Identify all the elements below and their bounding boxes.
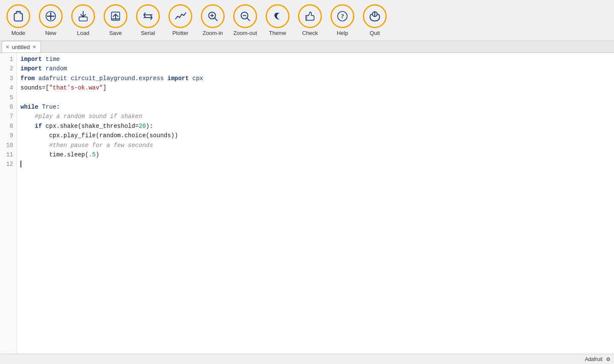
zoom-out-button[interactable]: Zoom-out <box>229 3 261 37</box>
plotter-label: Plotter <box>172 30 188 36</box>
new-button[interactable]: New <box>35 3 67 37</box>
line-num-1: 1 <box>3 55 13 64</box>
zoom-out-label: Zoom-out <box>233 30 257 36</box>
theme-button[interactable]: Theme <box>262 3 293 37</box>
code-line-8: if cpx.shake(shake_threshold=20): <box>20 121 611 131</box>
line-num-9: 9 <box>3 131 13 140</box>
svg-rect-16 <box>306 15 307 20</box>
mode-label: Mode <box>12 30 26 36</box>
quit-icon <box>363 4 387 28</box>
check-label: Check <box>302 30 318 36</box>
code-line-10: #then pause for a few seconds <box>20 141 611 150</box>
svg-text:?: ? <box>341 13 344 20</box>
code-line-9: cpx.play_file(random.choice(sounds)) <box>20 131 611 140</box>
code-line-5 <box>20 93 611 102</box>
line-num-2: 2 <box>3 64 13 73</box>
new-label: New <box>45 30 56 36</box>
theme-label: Theme <box>269 30 286 36</box>
brand-label: Adafruit <box>585 356 602 362</box>
plotter-icon <box>168 4 192 28</box>
line-num-11: 11 <box>3 150 13 159</box>
save-icon <box>104 4 127 28</box>
svg-rect-4 <box>79 17 87 21</box>
load-icon <box>71 4 95 28</box>
line-num-10: 10 <box>3 141 13 150</box>
code-line-12 <box>20 159 611 169</box>
check-button[interactable]: Check <box>294 3 326 37</box>
code-line-11: time.sleep(.5) <box>20 150 611 159</box>
tab-bar: ✕ untitled ✕ <box>0 41 614 53</box>
load-label: Load <box>77 30 90 36</box>
zoom-out-icon <box>233 4 257 28</box>
load-button[interactable]: Load <box>67 3 99 37</box>
mode-icon <box>6 4 30 28</box>
tab-close-icon[interactable]: ✕ <box>6 44 9 50</box>
status-bar: Adafruit ⚙ <box>0 354 614 364</box>
svg-line-12 <box>214 18 217 20</box>
svg-rect-0 <box>16 12 20 14</box>
zoom-in-label: Zoom-in <box>203 30 223 36</box>
code-line-6: while True: <box>20 102 611 112</box>
svg-line-15 <box>247 18 249 20</box>
code-line-7: #play a random sound if shaken <box>20 112 611 121</box>
line-num-5: 5 <box>3 93 13 102</box>
zoom-in-button[interactable]: Zoom-in <box>197 3 229 37</box>
code-line-3: from adafruit circuit_playground.express… <box>20 74 611 83</box>
line-num-7: 7 <box>3 112 13 121</box>
help-label: Help <box>337 30 348 36</box>
code-editor[interactable]: import time import random from adafruit … <box>17 53 614 354</box>
quit-button[interactable]: Quit <box>359 3 391 37</box>
tab-untitled[interactable]: ✕ untitled ✕ <box>2 41 41 52</box>
save-button[interactable]: Save <box>100 3 131 37</box>
zoom-in-icon <box>201 4 225 28</box>
new-icon <box>39 4 63 28</box>
tab-close-right-icon[interactable]: ✕ <box>32 44 36 50</box>
code-line-4: sounds=["that's-ok.wav"] <box>20 83 611 92</box>
code-line-1: import time <box>20 55 611 64</box>
line-num-12: 12 <box>3 159 13 169</box>
editor-wrapper: 1 2 3 4 5 6 7 8 9 10 11 12 import time i… <box>0 53 614 354</box>
code-line-2: import random <box>20 64 611 73</box>
help-button[interactable]: ? Help <box>327 3 358 37</box>
theme-icon <box>266 4 290 28</box>
tab-label: untitled <box>12 44 30 50</box>
serial-button[interactable]: Serial <box>132 3 164 37</box>
line-num-8: 8 <box>3 121 13 131</box>
save-label: Save <box>109 30 122 36</box>
line-numbers: 1 2 3 4 5 6 7 8 9 10 11 12 <box>0 53 17 354</box>
line-num-6: 6 <box>3 102 13 112</box>
settings-icon[interactable]: ⚙ <box>606 356 611 362</box>
toolbar: Mode New Load <box>0 0 614 41</box>
mode-button[interactable]: Mode <box>3 3 34 37</box>
help-icon: ? <box>330 4 354 28</box>
serial-icon <box>136 4 160 28</box>
line-num-4: 4 <box>3 83 13 92</box>
quit-label: Quit <box>370 30 380 36</box>
plotter-button[interactable]: Plotter <box>165 3 196 37</box>
check-icon <box>298 4 322 28</box>
line-num-3: 3 <box>3 74 13 83</box>
serial-label: Serial <box>141 30 155 36</box>
